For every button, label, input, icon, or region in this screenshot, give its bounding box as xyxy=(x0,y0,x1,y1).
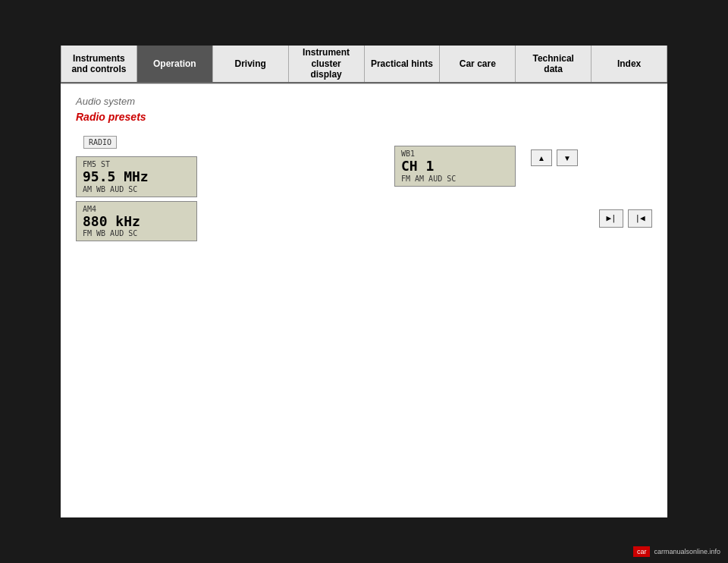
skip-buttons-area: ▶| |◀ xyxy=(394,209,652,228)
skip-back-icon: |◀ xyxy=(635,213,645,223)
arrow-down-button[interactable]: ▼ xyxy=(557,149,578,166)
wb-display-screen: WB1 CH 1 FM AM AUD SC xyxy=(394,146,516,187)
am-screen-frequency: 880 kHz xyxy=(83,213,190,230)
arrow-up-button[interactable]: ▲ xyxy=(531,149,552,166)
fm-display-screen: FM5 ST 95.5 MHz AM WB AUD SC xyxy=(76,156,197,197)
am-screen-header: AM4 xyxy=(83,205,190,213)
left-column: RADIO FM5 ST 95.5 MHz AM WB AUD SC AM4 8… xyxy=(76,134,364,241)
watermark-text: carmanualsonline.info xyxy=(654,548,720,555)
arrow-up-icon: ▲ xyxy=(538,154,545,162)
fm-screen-bands: AM WB AUD SC xyxy=(83,185,190,193)
nav-technical-data[interactable]: Technicaldata xyxy=(516,46,592,82)
am-screen-bands: FM WB AUD SC xyxy=(83,229,190,237)
nav-instrument-cluster[interactable]: Instrumentcluster display xyxy=(289,46,365,82)
nav-index[interactable]: Index xyxy=(592,46,667,82)
fm-screen-frequency: 95.5 MHz xyxy=(83,168,190,185)
nav-practical-hints[interactable]: Practical hints xyxy=(365,46,441,82)
wb-area: WB1 CH 1 FM AM AUD SC ▲ ▼ xyxy=(394,146,652,187)
radio-button-icon[interactable]: RADIO xyxy=(83,136,117,149)
subsection-title: Radio presets xyxy=(76,111,652,123)
wb-screen-header: WB1 xyxy=(401,149,509,158)
navigation-bar: Instrumentsand controls Operation Drivin… xyxy=(61,46,667,83)
nav-operation[interactable]: Operation xyxy=(137,46,213,82)
watermark-area: car carmanualsonline.info xyxy=(633,546,720,557)
fm-screen-header: FM5 ST xyxy=(83,160,190,168)
page-content: Audio system Radio presets RADIO FM5 ST … xyxy=(61,84,667,253)
right-column: WB1 CH 1 FM AM AUD SC ▲ ▼ xyxy=(394,134,652,241)
skip-forward-icon: ▶| xyxy=(606,213,616,223)
arrow-down-icon: ▼ xyxy=(563,154,571,162)
watermark-logo: car xyxy=(633,546,651,557)
section-title: Audio system xyxy=(76,96,652,107)
content-area: Instrumentsand controls Operation Drivin… xyxy=(61,46,667,517)
arrow-buttons: ▲ ▼ xyxy=(531,149,578,166)
wb-screen-bands: FM AM AUD SC xyxy=(401,175,509,183)
wb-screen-channel: CH 1 xyxy=(401,158,509,175)
nav-car-care[interactable]: Car care xyxy=(440,46,516,82)
nav-instruments[interactable]: Instrumentsand controls xyxy=(61,46,137,82)
two-column-layout: RADIO FM5 ST 95.5 MHz AM WB AUD SC AM4 8… xyxy=(76,134,652,241)
am-display-screen: AM4 880 kHz FM WB AUD SC xyxy=(76,201,197,242)
skip-forward-button[interactable]: ▶| xyxy=(599,209,623,228)
skip-back-button[interactable]: |◀ xyxy=(628,209,652,228)
nav-driving[interactable]: Driving xyxy=(213,46,289,82)
